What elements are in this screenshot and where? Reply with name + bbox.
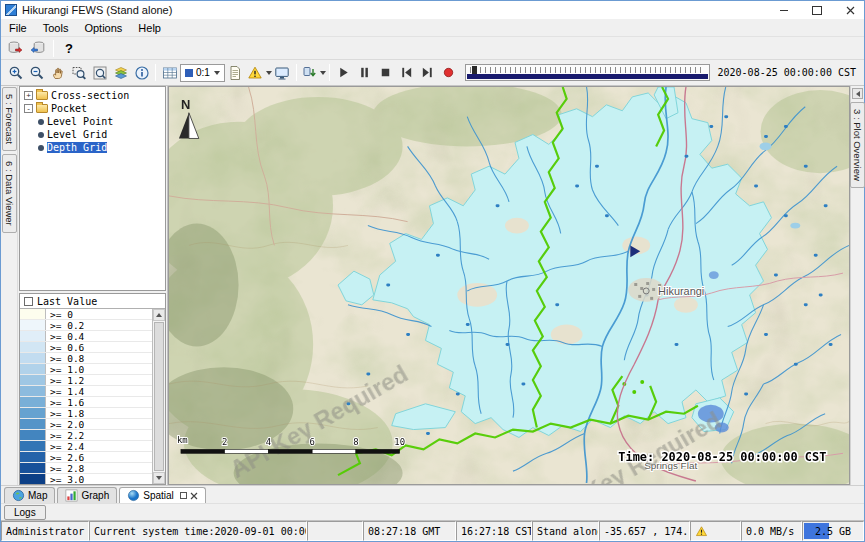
logs-button[interactable]: Logs (4, 505, 46, 520)
legend-swatch (20, 474, 46, 484)
user-cell: Administrator (1, 521, 89, 541)
last-value-checkbox[interactable] (24, 297, 33, 306)
node-icon (38, 132, 44, 138)
menu-options[interactable]: Options (76, 20, 130, 36)
zoom-extent-button[interactable] (89, 62, 110, 83)
tree-expander[interactable]: - (24, 104, 33, 113)
zoom-out-button[interactable] (26, 62, 47, 83)
undock-tab-icon[interactable] (180, 492, 187, 499)
time-navigator-slider[interactable] (465, 64, 710, 81)
step-back-button[interactable] (396, 62, 417, 83)
legend-row: >= 1.4 (20, 386, 152, 397)
scale-chip-icon (185, 69, 193, 77)
warning-toggle[interactable] (246, 62, 265, 83)
scrollbar-thumb[interactable] (154, 322, 164, 471)
menu-file[interactable]: File (1, 20, 35, 36)
maximize-button[interactable] (803, 1, 831, 19)
tree-item-label[interactable]: Level Point (47, 116, 113, 127)
legend-swatch (20, 408, 46, 418)
info-button[interactable] (131, 62, 152, 83)
zoom-selection-icon (71, 65, 87, 81)
data-viewer-panel: +Cross-section-PocketLevel PointLevel Gr… (18, 86, 168, 485)
legend-swatch (20, 452, 46, 462)
tree-expander[interactable]: + (24, 91, 33, 100)
legend-row: >= 2.6 (20, 452, 152, 463)
pause-button[interactable] (354, 62, 375, 83)
help-button[interactable]: ? (59, 38, 79, 58)
map-viewport[interactable]: Hikurangi Springs Flat API Key Required … (168, 86, 850, 485)
tree-item[interactable]: Level Grid (20, 128, 165, 141)
database-export-button[interactable] (4, 38, 25, 59)
tree-item-label[interactable]: Depth Grid (47, 142, 107, 153)
menu-help[interactable]: Help (130, 20, 169, 36)
legend-label: >= 3.0 (46, 474, 84, 484)
legend-row: >= 1.2 (20, 375, 152, 386)
report-button[interactable] (225, 62, 246, 83)
scroll-up-icon[interactable] (153, 309, 165, 321)
svg-text:2: 2 (222, 437, 227, 447)
tab-spatial[interactable]: Spatial (119, 487, 206, 503)
tab-map[interactable]: Map (4, 487, 55, 503)
legend-label: >= 0 (46, 309, 73, 319)
warnings-dropdown-button[interactable] (246, 62, 272, 83)
scale-combo[interactable]: 0:1 (180, 64, 225, 82)
tree-item-label[interactable]: Pocket (51, 103, 87, 114)
record-button[interactable] (438, 62, 459, 83)
main-toolbar: ? (1, 37, 864, 60)
menu-tools[interactable]: Tools (35, 20, 77, 36)
legend-swatch (20, 342, 46, 352)
layers-button[interactable] (110, 62, 131, 83)
database-import-button[interactable] (27, 38, 48, 59)
record-icon (441, 65, 456, 80)
tree-item[interactable]: -Pocket (20, 102, 165, 115)
legend-label: >= 1.4 (46, 386, 84, 396)
collapse-panel-button[interactable] (852, 88, 863, 99)
node-icon (38, 119, 44, 125)
close-button[interactable] (836, 1, 864, 19)
display-button[interactable] (272, 62, 293, 83)
tab-data-viewer[interactable]: 6 : Data Viewer (2, 154, 17, 233)
legend-row: >= 1.0 (20, 364, 152, 375)
scroll-down-icon[interactable] (153, 472, 165, 484)
zoom-selection-button[interactable] (68, 62, 89, 83)
export-dropdown-button[interactable] (300, 62, 326, 83)
tree-item[interactable]: Level Point (20, 115, 165, 128)
legend-row: >= 1.8 (20, 408, 152, 419)
export-toggle[interactable] (300, 62, 319, 83)
warning-cell[interactable] (690, 521, 741, 541)
tree-item-label[interactable]: Level Grid (47, 129, 107, 140)
globe-icon (12, 489, 25, 502)
step-forward-button[interactable] (417, 62, 438, 83)
legend-swatch (20, 331, 46, 341)
minimize-button[interactable] (770, 1, 798, 19)
map-canvas[interactable]: Hikurangi Springs Flat API Key Required … (169, 87, 849, 484)
memory-label: 2.5 GB (815, 526, 851, 537)
tree-list[interactable]: +Cross-section-PocketLevel PointLevel Gr… (19, 86, 166, 291)
grid-display-button[interactable] (159, 62, 180, 83)
legend-scrollbar[interactable] (152, 309, 165, 484)
tab-plot-overview[interactable]: 3 : Plot Overview (850, 102, 865, 188)
tab-forecast[interactable]: 5 : Forecast (2, 87, 17, 151)
main-area: 5 : Forecast 6 : Data Viewer +Cross-sect… (1, 86, 864, 485)
tree-item-label[interactable]: Cross-section (51, 90, 129, 101)
tree-item[interactable]: Depth Grid (20, 141, 165, 154)
legend-swatch (20, 463, 46, 473)
play-button[interactable] (333, 62, 354, 83)
legend-row: >= 0 (20, 309, 152, 320)
tree-item[interactable]: +Cross-section (20, 89, 165, 102)
tab-graph[interactable]: Graph (57, 487, 117, 503)
monitor-icon (274, 65, 290, 81)
pan-button[interactable] (47, 62, 68, 83)
close-icon (846, 6, 855, 15)
legend-list: >= 0>= 0.2>= 0.4>= 0.6>= 0.8>= 1.0>= 1.2… (20, 309, 152, 484)
zoom-in-button[interactable] (5, 62, 26, 83)
zoom-extent-icon (92, 65, 108, 81)
legend-label: >= 0.4 (46, 331, 84, 341)
close-tab-icon[interactable] (190, 492, 198, 500)
legend-label: >= 2.0 (46, 419, 84, 429)
legend-label: >= 0.2 (46, 320, 84, 330)
stop-button[interactable] (375, 62, 396, 83)
title-bar[interactable]: Hikurangi FEWS (Stand alone) (1, 1, 864, 19)
window-title: Hikurangi FEWS (Stand alone) (22, 4, 765, 16)
warning-icon (247, 65, 263, 81)
